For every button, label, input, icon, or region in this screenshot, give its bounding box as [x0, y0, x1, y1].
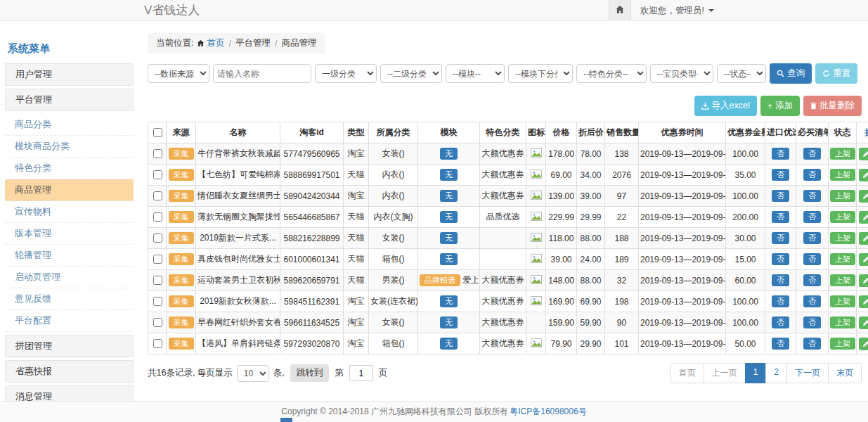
import-select-toggle[interactable]: 否	[772, 253, 789, 266]
row-checkbox[interactable]	[153, 234, 162, 243]
sidebar-submenu-item[interactable]: 意见反馈	[5, 288, 134, 310]
edit-button[interactable]	[859, 338, 868, 350]
edit-button[interactable]	[859, 295, 868, 308]
sidebar-submenu-item[interactable]: 版本管理	[5, 223, 134, 245]
pager-item[interactable]: 上一页	[704, 363, 746, 383]
must-buy-toggle[interactable]: 否	[803, 148, 821, 160]
sidebar-group-item[interactable]: 消息管理	[5, 385, 134, 402]
sidebar-submenu-item[interactable]: 商品管理	[5, 179, 134, 201]
sidebar-submenu-item[interactable]: 启动页管理	[5, 267, 134, 288]
edit-button[interactable]	[859, 211, 868, 224]
import-select-toggle[interactable]: 否	[772, 190, 789, 203]
must-buy-toggle[interactable]: 否	[803, 190, 821, 203]
must-buy-toggle[interactable]: 否	[803, 211, 821, 224]
status-cell: 上架	[829, 291, 857, 312]
pager-item[interactable]: 下一页	[786, 363, 829, 383]
import-excel-button[interactable]: 导入excel	[694, 96, 757, 116]
edit-button[interactable]	[859, 274, 868, 287]
level1-category-select[interactable]: 一级分类	[315, 64, 377, 83]
icp-link[interactable]: 粤ICP备16098006号	[510, 406, 586, 418]
sidebar-group-item[interactable]: 用户管理	[5, 63, 134, 86]
must-buy-toggle[interactable]: 否	[803, 338, 821, 350]
sidebar-submenu-item[interactable]: 轮播管理	[5, 245, 134, 267]
sidebar-group-item[interactable]: 平台管理	[5, 89, 134, 111]
status-toggle[interactable]: 上架	[830, 253, 855, 266]
sidebar-submenu-item[interactable]: 特色分类	[5, 158, 134, 179]
import-select-toggle[interactable]: 否	[772, 316, 789, 329]
breadcrumb-item-goods: 商品管理	[281, 37, 316, 49]
pager-item[interactable]: 末页	[828, 363, 862, 383]
breadcrumb-home-link[interactable]: 首页	[207, 37, 224, 49]
edit-button[interactable]	[859, 169, 868, 181]
status-toggle[interactable]: 上架	[830, 316, 855, 329]
import-select-toggle[interactable]: 否	[772, 338, 789, 350]
must-buy-toggle[interactable]: 否	[803, 316, 821, 329]
feature-category-select[interactable]: --特色分类--	[576, 64, 647, 83]
sidebar-submenu-item[interactable]: 平台配置	[5, 310, 134, 332]
status-toggle[interactable]: 上架	[830, 232, 855, 245]
row-checkbox[interactable]	[153, 339, 162, 348]
status-toggle[interactable]: 上架	[830, 338, 855, 350]
must-buy-toggle[interactable]: 否	[803, 274, 821, 287]
page-number-input[interactable]	[349, 365, 373, 381]
must-buy-toggle[interactable]: 否	[803, 169, 821, 181]
level2-category-select[interactable]: --二级分类--	[380, 64, 442, 83]
row-checkbox[interactable]	[153, 318, 162, 327]
edit-button[interactable]	[859, 148, 868, 160]
data-source-select[interactable]: --数据来源--	[148, 64, 209, 83]
status-toggle[interactable]: 上架	[830, 148, 855, 160]
edit-button[interactable]	[859, 190, 868, 203]
select-all-checkbox[interactable]	[153, 128, 162, 137]
import-select-toggle[interactable]: 否	[772, 295, 789, 308]
breadcrumb-label: 当前位置:	[156, 37, 193, 49]
row-checkbox[interactable]	[153, 276, 162, 285]
sidebar-submenu-item[interactable]: 模块商品分类	[5, 136, 134, 158]
row-checkbox[interactable]	[153, 212, 162, 222]
import-select-cell: 否	[765, 291, 796, 312]
module-select[interactable]: --模块--	[446, 64, 505, 83]
row-checkbox[interactable]	[153, 297, 162, 306]
pager-item[interactable]: 1	[745, 363, 767, 383]
status-select[interactable]: --状态--	[717, 64, 766, 83]
table-row: 采集2019新款一片式系...588216228899天猫女装()无118.00…	[148, 228, 868, 249]
edit-button[interactable]	[859, 232, 868, 245]
price: 178.00	[546, 143, 577, 165]
status-toggle[interactable]: 上架	[830, 295, 855, 308]
jump-button[interactable]: 跳转到	[290, 364, 330, 382]
import-select-toggle[interactable]: 否	[772, 169, 789, 181]
import-select-toggle[interactable]: 否	[772, 211, 789, 224]
import-select-toggle[interactable]: 否	[772, 274, 789, 287]
status-toggle[interactable]: 上架	[830, 190, 855, 203]
must-buy-toggle[interactable]: 否	[803, 295, 821, 308]
import-select-toggle[interactable]: 否	[772, 232, 789, 245]
row-checkbox[interactable]	[153, 149, 162, 158]
edit-button[interactable]	[859, 316, 868, 329]
must-buy-toggle[interactable]: 否	[803, 232, 821, 245]
name-search-input[interactable]	[213, 64, 311, 83]
sidebar-group-item[interactable]: 省惠快报	[5, 360, 134, 383]
module-subcategory-select[interactable]: --模块下分类--	[508, 64, 573, 83]
edit-button[interactable]	[859, 253, 868, 266]
status-toggle[interactable]: 上架	[830, 169, 855, 181]
batch-delete-button[interactable]: 批量删除	[803, 96, 862, 116]
must-buy-toggle[interactable]: 否	[803, 253, 821, 266]
pager-item[interactable]: 首页	[671, 363, 704, 383]
add-button[interactable]: + 添加	[760, 96, 800, 116]
sidebar-group-item[interactable]: 拼团管理	[5, 335, 134, 357]
import-select-toggle[interactable]: 否	[772, 148, 789, 160]
pager-item[interactable]: 2	[765, 363, 787, 383]
sidebar-submenu-item[interactable]: 宣传物料	[5, 201, 134, 223]
query-button[interactable]: 查询	[770, 63, 812, 84]
row-checkbox[interactable]	[153, 170, 162, 179]
row-checkbox[interactable]	[153, 191, 162, 200]
breadcrumb-item-platform[interactable]: 平台管理	[235, 37, 271, 49]
user-menu[interactable]: 欢迎您，管理员!	[640, 5, 714, 17]
per-page-select[interactable]: 10	[237, 365, 269, 382]
row-checkbox[interactable]	[153, 255, 162, 264]
reset-button[interactable]: 重置	[815, 63, 857, 84]
item-type-select[interactable]: --宝贝类型--	[650, 64, 713, 83]
home-button[interactable]	[609, 0, 631, 21]
status-toggle[interactable]: 上架	[830, 211, 855, 224]
sidebar-submenu-item[interactable]: 商品分类	[5, 114, 134, 136]
status-toggle[interactable]: 上架	[830, 274, 855, 287]
